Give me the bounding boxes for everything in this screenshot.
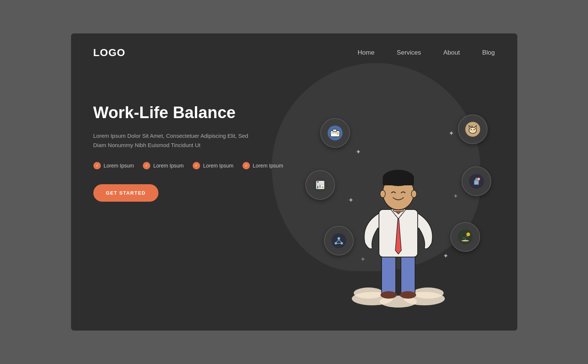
check-label-4: Lorem Ipsum [253, 163, 283, 169]
svg-point-32 [462, 240, 469, 241]
svg-rect-13 [316, 184, 324, 185]
svg-point-18 [317, 188, 318, 189]
page-wrapper: LOGO Home Services About Blog Work-Life … [71, 33, 517, 331]
svg-rect-14 [316, 183, 324, 183]
checklist: ✓ Lorem Ipsum ✓ Lorem Ipsum ✓ Lorem Ipsu… [93, 162, 302, 169]
nav-about[interactable]: About [443, 49, 460, 56]
hero-title: Work-Life Balance [93, 103, 302, 122]
nav-blog[interactable]: Blog [482, 49, 495, 56]
check-icon-4: ✓ [242, 162, 250, 169]
svg-point-26 [340, 242, 343, 245]
svg-point-25 [334, 242, 337, 245]
svg-point-23 [331, 233, 346, 248]
icon-bottle [462, 166, 491, 196]
check-icon-3: ✓ [193, 162, 200, 169]
icon-wallet [320, 118, 350, 148]
svg-rect-3 [333, 129, 337, 131]
svg-rect-16 [319, 185, 321, 188]
svg-point-36 [412, 287, 444, 299]
check-label-3: Lorem Ipsum [203, 163, 234, 169]
check-item-1: ✓ Lorem Ipsum [93, 162, 134, 169]
svg-point-31 [466, 233, 470, 236]
svg-rect-39 [401, 254, 415, 295]
svg-rect-51 [383, 178, 414, 185]
check-label-2: Lorem Ipsum [153, 163, 184, 169]
check-label-1: Lorem Ipsum [104, 163, 134, 169]
sparkle-2: ✦ [449, 129, 454, 137]
logo: LOGO [93, 47, 125, 59]
nav-links: Home Services About Blog [357, 49, 495, 56]
hero-illustration: ✦ ✦ ✦ + + ✦ [302, 88, 495, 331]
navbar: LOGO Home Services About Blog [71, 33, 517, 59]
sparkle-4: + [454, 192, 458, 200]
icon-network [324, 226, 354, 256]
svg-point-7 [470, 129, 472, 130]
svg-point-24 [337, 237, 340, 240]
get-started-button[interactable]: GET STARTED [93, 184, 158, 202]
check-item-3: ✓ Lorem Ipsum [193, 162, 234, 169]
svg-point-8 [473, 129, 475, 130]
nav-home[interactable]: Home [357, 49, 374, 56]
svg-rect-38 [382, 254, 396, 295]
svg-point-40 [380, 291, 397, 299]
svg-point-34 [354, 287, 383, 299]
icon-beach [450, 222, 480, 252]
hero-description: Lorem Ipsum Dolor Sit Amet, Consectetuer… [93, 131, 250, 150]
person-illustration [350, 154, 447, 311]
nav-services[interactable]: Services [397, 49, 421, 56]
icon-cat: zz [458, 114, 488, 144]
svg-rect-17 [322, 186, 323, 188]
check-item-2: ✓ Lorem Ipsum [143, 162, 184, 169]
svg-point-4 [337, 133, 338, 135]
svg-text:zz: zz [470, 125, 473, 128]
svg-rect-19 [317, 181, 319, 182]
svg-point-53 [411, 190, 417, 198]
check-item-4: ✓ Lorem Ipsum [242, 162, 283, 169]
check-icon-2: ✓ [143, 162, 150, 169]
hero-section: Work-Life Balance Lorem Ipsum Dolor Sit … [71, 59, 517, 322]
check-icon-1: ✓ [93, 162, 101, 169]
svg-point-21 [475, 181, 478, 184]
hero-left: Work-Life Balance Lorem Ipsum Dolor Sit … [93, 88, 302, 202]
svg-point-41 [400, 291, 416, 299]
icon-chart [305, 170, 335, 200]
svg-point-52 [380, 190, 385, 198]
